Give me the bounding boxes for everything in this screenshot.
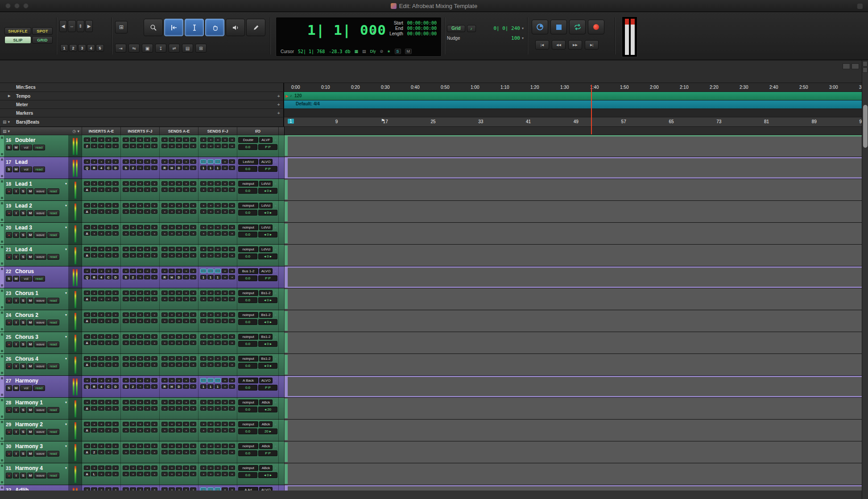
grid-note-icon[interactable]: ♪ bbox=[467, 25, 476, 32]
volume-display[interactable]: 0.0 bbox=[238, 407, 257, 412]
column-header-sends-f-j[interactable]: SENDS F-J bbox=[198, 127, 237, 135]
inserts-f-j-slot[interactable] bbox=[123, 406, 129, 411]
sends-f-j-slot[interactable] bbox=[222, 312, 228, 317]
sends-f-j-slot[interactable] bbox=[229, 181, 235, 186]
inserts-f-j-slot[interactable] bbox=[151, 400, 157, 404]
inserts-f-j-slot[interactable] bbox=[137, 487, 143, 491]
lane-color-tab[interactable] bbox=[285, 180, 288, 200]
inserts-a-e-slot[interactable] bbox=[112, 487, 119, 491]
sends-f-j-slot[interactable] bbox=[222, 247, 228, 251]
output-window-icon[interactable]: ○ bbox=[273, 487, 277, 491]
output-path-selector[interactable]: ABck bbox=[259, 465, 273, 471]
sends-f-j-slot[interactable] bbox=[200, 341, 207, 345]
sends-a-e-slot[interactable] bbox=[190, 334, 196, 339]
sends-a-e-slot[interactable] bbox=[190, 187, 196, 192]
sends-a-e-slot[interactable] bbox=[169, 466, 175, 470]
sends-a-e-slot[interactable] bbox=[190, 137, 196, 142]
sends-a-e-slot[interactable] bbox=[169, 422, 175, 426]
sends-a-e-slot[interactable] bbox=[169, 319, 175, 323]
track-list-icon[interactable]: ▤ bbox=[3, 129, 7, 133]
sends-a-e-slot[interactable] bbox=[176, 144, 182, 148]
sends-f-j-slot[interactable] bbox=[207, 400, 214, 404]
sends-f-j-slot[interactable] bbox=[207, 356, 214, 361]
inserts-a-e-slot[interactable] bbox=[91, 466, 97, 470]
sends-a-e-slot[interactable] bbox=[183, 334, 189, 339]
column-header-inserts-f-j[interactable]: INSERTS F-J bbox=[121, 127, 160, 135]
sends-a-e-slot[interactable] bbox=[183, 144, 189, 148]
inserts-a-e-slot[interactable] bbox=[98, 319, 104, 323]
vertical-zoom-button[interactable]: ⇕ bbox=[77, 20, 84, 32]
sends-f-j-slot[interactable] bbox=[200, 444, 207, 448]
sends-f-j-slot[interactable]: 1 bbox=[200, 384, 207, 389]
inserts-f-j-slot[interactable] bbox=[123, 356, 129, 361]
sends-f-j-slot[interactable] bbox=[215, 466, 221, 470]
inserts-a-e-slot[interactable] bbox=[91, 400, 97, 404]
tempo-ruler-label[interactable]: ▶ Tempo + bbox=[0, 92, 284, 100]
sends-f-j-slot[interactable] bbox=[200, 181, 207, 186]
sends-f-j-slot[interactable] bbox=[200, 247, 207, 251]
sends-f-j-slot[interactable] bbox=[229, 209, 235, 214]
record-enable-button[interactable]: ● bbox=[6, 320, 12, 325]
loop-playback-button[interactable] bbox=[569, 20, 586, 34]
tab-to-transient-button[interactable]: ⇥ bbox=[115, 44, 126, 53]
scrollbar-thumb[interactable] bbox=[863, 105, 868, 148]
mute-button[interactable]: M bbox=[27, 320, 33, 325]
link-timeline-edit-button[interactable]: ⇋ bbox=[128, 44, 140, 53]
inserts-a-e-slot[interactable] bbox=[91, 203, 97, 208]
inserts-a-e-slot[interactable]: A bbox=[84, 319, 90, 323]
input-monitor-button[interactable]: I bbox=[13, 210, 19, 216]
inserts-a-e-slot[interactable] bbox=[84, 269, 90, 273]
grabber-tool-button[interactable] bbox=[205, 19, 224, 36]
sends-f-j-slot[interactable] bbox=[229, 472, 235, 476]
inserts-a-e-slot[interactable] bbox=[84, 291, 90, 295]
track-lane-28[interactable] bbox=[284, 398, 868, 419]
inserts-a-e-slot[interactable] bbox=[112, 472, 119, 476]
input-monitor-button[interactable]: I bbox=[13, 363, 19, 369]
input-path-selector[interactable]: noinput bbox=[238, 290, 258, 296]
sends-a-e-slot[interactable]: R bbox=[161, 384, 168, 389]
inserts-a-e-slot[interactable]: C bbox=[105, 275, 112, 279]
inserts-f-j-slot[interactable] bbox=[144, 384, 150, 389]
zoom-preset-2-button[interactable]: 2 bbox=[69, 44, 77, 52]
inserts-a-e-slot[interactable]: 4 bbox=[98, 275, 104, 279]
track-header-29[interactable]: 29Harmony 2▾●ISMwavereadAnoinputABck○0.0… bbox=[0, 420, 284, 441]
go-to-end-button[interactable]: ▶| bbox=[585, 40, 599, 50]
inserts-a-e-slot[interactable]: C bbox=[105, 166, 112, 170]
inserts-a-e-slot[interactable] bbox=[112, 312, 119, 317]
sends-f-j-slot[interactable] bbox=[229, 203, 235, 208]
add-meter-button[interactable]: + bbox=[277, 102, 280, 107]
sends-f-j-slot[interactable] bbox=[207, 137, 214, 142]
automation-mode-button[interactable]: read bbox=[47, 363, 59, 369]
sends-a-e-slot[interactable] bbox=[183, 487, 189, 491]
sends-a-e-slot[interactable] bbox=[176, 472, 182, 476]
sends-a-e-slot[interactable] bbox=[161, 225, 168, 229]
inserts-f-j-slot[interactable] bbox=[130, 159, 136, 164]
slip-mode-button[interactable]: SLIP bbox=[4, 36, 31, 44]
track-color-strip[interactable] bbox=[0, 288, 4, 310]
inserts-f-j-slot[interactable] bbox=[130, 269, 136, 273]
sends-a-e-slot[interactable] bbox=[161, 444, 168, 448]
sends-f-j-slot[interactable] bbox=[215, 225, 221, 229]
inserts-f-j-slot[interactable] bbox=[137, 137, 143, 142]
timebase-clock-icon[interactable]: ◷ bbox=[73, 129, 76, 133]
sends-f-j-slot[interactable] bbox=[222, 466, 228, 470]
output-window-icon[interactable]: ○ bbox=[273, 268, 277, 274]
lane-color-tab[interactable] bbox=[285, 136, 288, 156]
inserts-a-e-slot[interactable]: A bbox=[84, 231, 90, 236]
sends-a-e-slot[interactable] bbox=[176, 319, 182, 323]
sends-f-j-slot[interactable] bbox=[215, 253, 221, 258]
inserts-a-e-slot[interactable] bbox=[98, 137, 104, 142]
inserts-a-e-slot[interactable] bbox=[98, 203, 104, 208]
track-header-18[interactable]: 18Lead 1▾●ISMwavereadAnoinputLdVcl○0.0◂ … bbox=[0, 179, 284, 200]
lane-color-tab[interactable] bbox=[285, 442, 288, 462]
inserts-a-e-slot[interactable] bbox=[105, 159, 112, 164]
nudge-chevron-icon[interactable]: ▾ bbox=[522, 36, 524, 40]
solo-button[interactable]: S bbox=[20, 341, 26, 347]
sends-a-e-slot[interactable] bbox=[161, 466, 168, 470]
inserts-a-e-slot[interactable]: L bbox=[91, 472, 97, 476]
inserts-a-e-slot[interactable] bbox=[91, 356, 97, 361]
track-name[interactable]: Lead 4 bbox=[15, 246, 63, 253]
inserts-a-e-slot[interactable]: 2 bbox=[91, 450, 97, 454]
inserts-f-j-slot[interactable] bbox=[130, 428, 136, 432]
selection-end-value[interactable]: 00:00:00:00 bbox=[407, 26, 437, 31]
